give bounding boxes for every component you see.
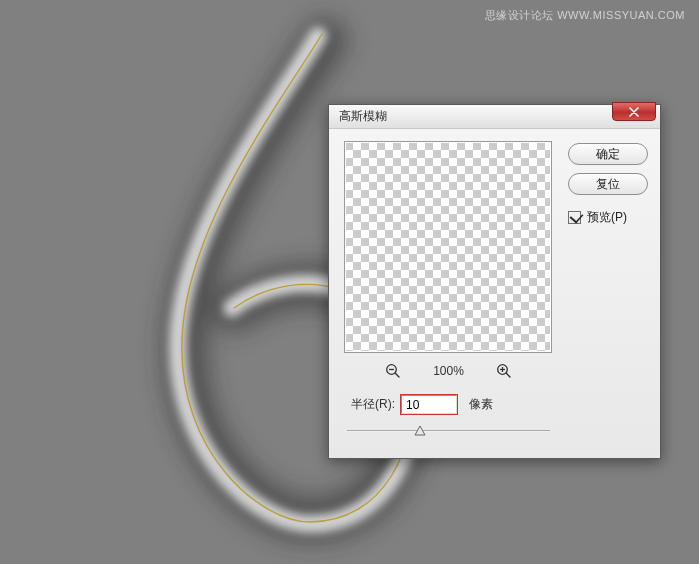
dialog-titlebar[interactable]: 高斯模糊	[329, 105, 660, 129]
zoom-out-icon	[385, 363, 401, 379]
slider-track	[347, 430, 550, 432]
slider-thumb[interactable]	[414, 425, 426, 437]
dialog-title: 高斯模糊	[339, 108, 387, 125]
svg-line-1	[395, 373, 399, 377]
reset-button[interactable]: 复位	[568, 173, 648, 195]
radius-label: 半径(R):	[351, 396, 395, 413]
preview-checkbox[interactable]	[568, 211, 581, 224]
gaussian-blur-dialog: 高斯模糊 100%	[328, 104, 661, 459]
radius-slider[interactable]	[347, 424, 550, 440]
zoom-in-button[interactable]	[494, 361, 514, 381]
zoom-out-button[interactable]	[383, 361, 403, 381]
unit-label: 像素	[469, 396, 493, 413]
ok-button[interactable]: 确定	[568, 143, 648, 165]
radius-input[interactable]	[401, 395, 457, 414]
svg-line-4	[506, 373, 510, 377]
zoom-percent-label: 100%	[433, 364, 464, 378]
svg-marker-7	[415, 426, 425, 435]
close-icon	[629, 107, 639, 117]
zoom-in-icon	[496, 363, 512, 379]
watermark-text: 思缘设计论坛 WWW.MISSYUAN.COM	[485, 8, 685, 23]
preview-checkbox-label: 预览(P)	[587, 209, 627, 226]
preview-checkbox-row[interactable]: 预览(P)	[568, 209, 648, 226]
close-button[interactable]	[612, 102, 656, 121]
preview-canvas[interactable]	[344, 141, 552, 353]
